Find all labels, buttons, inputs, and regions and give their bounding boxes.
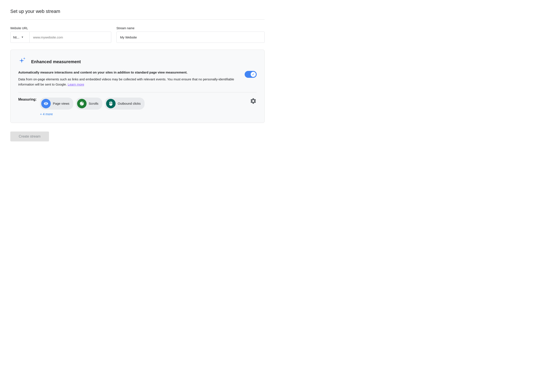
chevron-down-icon: ▼ [21,36,24,39]
enhanced-measurement-card: Enhanced measurement Automatically measu… [10,50,265,123]
toggle-track: ✓ [245,71,257,78]
mouse-icon [108,101,113,106]
form-row: Website URL htt... ▼ Stream name [10,26,265,43]
enhanced-measurement-toggle[interactable]: ✓ [245,71,257,78]
more-link[interactable]: + 4 more [40,112,246,116]
page-title: Set up your web stream [10,9,265,14]
measuring-content: Page views Scrolls [40,98,246,116]
stream-name-input[interactable] [116,32,265,43]
outbound-clicks-icon-bg [106,99,116,108]
protocol-dropdown[interactable]: htt... ▼ [10,32,30,43]
page-views-icon-bg [41,99,51,108]
stream-name-field-group: Stream name [116,26,265,43]
card-body: Automatically measure interactions and c… [18,70,257,87]
card-description: Automatically measure interactions and c… [18,70,240,87]
measuring-chips: Page views Scrolls [40,98,246,110]
stream-name-label: Stream name [116,26,265,30]
description-bold: Automatically measure interactions and c… [18,70,240,75]
url-input[interactable] [30,32,111,43]
sparkle-icon [18,57,27,67]
settings-gear-icon[interactable] [250,98,257,106]
enhanced-toggle-wrapper: ✓ [245,70,257,78]
description-normal: Data from on-page elements such as links… [18,77,240,87]
create-stream-button[interactable]: Create stream [10,131,49,141]
chip-page-views[interactable]: Page views [40,98,73,110]
chip-scrolls[interactable]: Scrolls [76,98,102,110]
outbound-clicks-label: Outbound clicks [118,102,141,105]
compass-icon [79,101,84,106]
page-views-label: Page views [53,102,69,105]
card-header: Enhanced measurement [18,57,257,67]
toggle-thumb: ✓ [251,72,256,77]
scrolls-icon-bg [77,99,87,108]
scrolls-label: Scrolls [89,102,98,105]
measuring-label: Measuring: [18,98,37,101]
chip-outbound-clicks[interactable]: Outbound clicks [105,98,144,110]
measuring-outer: Measuring: Page views [18,98,257,116]
learn-more-link[interactable]: Learn more [68,83,84,86]
protocol-value: htt... [13,35,19,39]
eye-icon [44,101,48,106]
url-label: Website URL [10,26,111,30]
url-field-group: Website URL htt... ▼ [10,26,111,43]
enhanced-measurement-title: Enhanced measurement [31,59,81,64]
url-input-row: htt... ▼ [10,32,111,43]
check-icon: ✓ [252,73,255,76]
